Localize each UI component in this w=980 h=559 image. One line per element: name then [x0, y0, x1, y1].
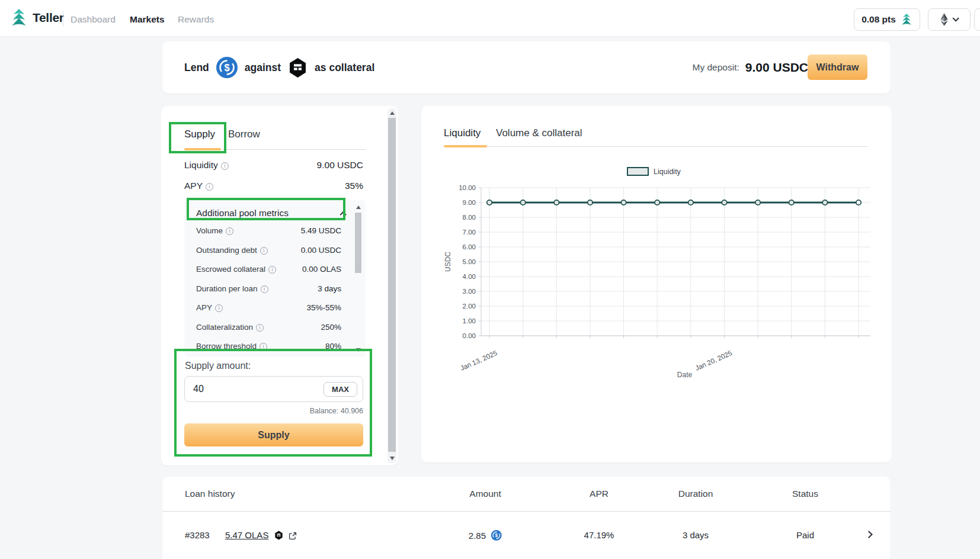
metric-label: APY: [196, 303, 223, 312]
tab-liquidity[interactable]: Liquidity: [444, 127, 481, 139]
usdc-icon: $: [491, 530, 502, 541]
metrics-scrollbar[interactable]: [354, 203, 362, 355]
nav-link-dashboard[interactable]: Dashboard: [71, 14, 116, 25]
info-icon[interactable]: [256, 324, 264, 332]
additional-pool-metrics: Additional pool metrics Volume5.49 USDCO…: [184, 200, 366, 357]
teller-logo-icon: [10, 9, 28, 27]
scroll-up-icon[interactable]: [356, 205, 361, 209]
market-header-card: Lend $ against as collateral My deposit:…: [162, 41, 891, 94]
metric-row: Escrowed collateral0.00 OLAS: [196, 265, 341, 274]
metric-label: Outstanding debt: [196, 246, 268, 255]
row-chevron-right-icon[interactable]: [866, 529, 872, 539]
info-icon[interactable]: [226, 227, 233, 235]
supply-amount-input[interactable]: [193, 377, 312, 401]
deposit-label: My deposit:: [693, 62, 739, 73]
brand-logo[interactable]: Teller: [10, 9, 64, 27]
col-duration: Duration: [678, 489, 713, 499]
apy-row: APY 35%: [184, 181, 363, 191]
scroll-up-icon[interactable]: [390, 111, 395, 115]
tab-divider: [487, 146, 868, 147]
chevron-down-icon: [953, 15, 960, 23]
svg-text:$: $: [495, 533, 498, 538]
info-icon[interactable]: [206, 183, 213, 191]
metric-value: 5.49 USDC: [301, 226, 341, 235]
wallet-button[interactable]: [974, 8, 980, 31]
usdc-icon: $: [216, 57, 238, 78]
metric-row: Borrow threshold80%: [196, 342, 341, 351]
svg-text:Date: Date: [677, 371, 693, 379]
nav-link-rewards[interactable]: Rewards: [178, 14, 214, 25]
legend-swatch: [627, 167, 649, 176]
svg-text:6.00: 6.00: [463, 243, 476, 250]
svg-text:0.00: 0.00: [463, 332, 476, 339]
apy-label: APY: [184, 181, 213, 191]
max-button[interactable]: MAX: [324, 382, 357, 397]
svg-text:7.00: 7.00: [463, 229, 476, 236]
loan-id: #3283: [185, 530, 210, 540]
tab-supply[interactable]: Supply: [184, 128, 215, 140]
liquidity-chart: 0.001.002.003.004.005.006.007.008.009.00…: [442, 176, 880, 395]
market-title: Lend $ against as collateral: [184, 41, 374, 94]
liquidity-value: 9.00 USDC: [317, 160, 363, 171]
info-icon[interactable]: [261, 285, 268, 293]
tab-volume-collateral[interactable]: Volume & collateral: [496, 127, 582, 139]
svg-text:USDC: USDC: [444, 252, 452, 272]
svg-text:Jan 20, 2025: Jan 20, 2025: [694, 349, 734, 372]
info-icon[interactable]: [260, 247, 268, 255]
scrollbar-thumb[interactable]: [388, 118, 396, 452]
network-selector[interactable]: [928, 8, 971, 31]
points-value: 0.08 pts: [861, 14, 896, 25]
metrics-collapse-header[interactable]: Additional pool metrics: [196, 208, 345, 219]
svg-text:$: $: [224, 62, 229, 73]
info-icon[interactable]: [215, 304, 223, 312]
withdraw-button[interactable]: Withdraw: [808, 54, 867, 80]
metric-value: 80%: [325, 342, 341, 351]
metric-label: Duration per loan: [196, 284, 268, 293]
info-icon[interactable]: [221, 162, 229, 170]
table-divider: [162, 511, 891, 512]
metric-value: 3 days: [318, 284, 341, 293]
scroll-down-icon[interactable]: [356, 348, 361, 352]
scroll-down-icon[interactable]: [390, 457, 395, 460]
svg-text:3.00: 3.00: [463, 288, 476, 295]
liquidity-label: Liquidity: [184, 160, 229, 171]
tab-borrow[interactable]: Borrow: [228, 128, 260, 140]
chart-panel: Liquidity Volume & collateral Liquidity …: [421, 106, 892, 462]
metric-value: 0.00 OLAS: [302, 265, 341, 274]
apy-value: 35%: [345, 181, 363, 191]
chart-legend: Liquidity: [627, 167, 681, 176]
info-icon[interactable]: [260, 343, 267, 351]
info-icon[interactable]: [268, 266, 276, 274]
nav-link-markets[interactable]: Markets: [130, 14, 165, 25]
collateral-link[interactable]: 5.47 OLAS: [225, 530, 268, 540]
active-tab-underline: [444, 145, 487, 147]
top-nav: Teller Dashboard Markets Rewards 0.08 pt…: [0, 0, 980, 37]
svg-text:8.00: 8.00: [463, 214, 476, 221]
supply-button[interactable]: Supply: [184, 423, 363, 446]
metric-row: Duration per loan3 days: [196, 284, 341, 293]
metric-label: Collateralization: [196, 323, 264, 332]
loan-collateral: 5.47 OLAS: [225, 530, 297, 540]
col-loan-history: Loan history: [185, 489, 235, 499]
balance-text: Balance: 40.906: [184, 407, 363, 415]
active-tab-underline: [184, 148, 221, 150]
points-button[interactable]: 0.08 pts: [854, 8, 920, 31]
scrollbar-thumb[interactable]: [355, 213, 361, 273]
panel-scrollbar[interactable]: [387, 108, 396, 463]
svg-text:9.00: 9.00: [463, 199, 476, 206]
nav-divider: [63, 11, 63, 27]
metric-label: Escrowed collateral: [196, 265, 276, 274]
teller-points-icon: [901, 14, 912, 25]
supply-panel: Supply Borrow Liquidity 9.00 USDC APY 35…: [161, 106, 398, 465]
col-amount: Amount: [469, 489, 501, 499]
svg-text:4.00: 4.00: [463, 273, 476, 280]
metric-row: Volume5.49 USDC: [196, 226, 341, 235]
loan-apr: 47.19%: [584, 530, 614, 540]
loan-history-panel: Loan history Amount APR Duration Status …: [162, 477, 891, 559]
chevron-up-icon: [340, 211, 347, 218]
svg-text:1.00: 1.00: [463, 317, 476, 325]
metric-value: 0.00 USDC: [301, 246, 341, 255]
external-link-icon[interactable]: [289, 532, 297, 540]
metric-label: Borrow threshold: [196, 342, 267, 351]
lend-label: Lend: [184, 62, 209, 74]
